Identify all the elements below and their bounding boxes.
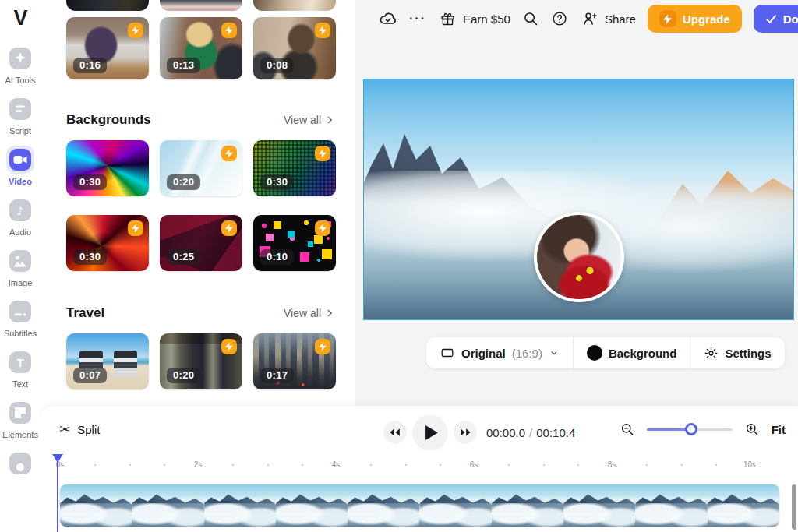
app-logo[interactable]: V — [13, 6, 26, 30]
video-thumbnail[interactable]: 0:25 — [160, 215, 242, 271]
section-title: Travel — [66, 305, 104, 321]
sidebar: V AI ToolsScriptVideo♪AudioImageSubtitle… — [0, 0, 41, 532]
earn-button[interactable]: Earn $50 — [438, 9, 510, 29]
cloud-saved-icon[interactable] — [379, 9, 397, 29]
ruler-dot — [577, 464, 579, 466]
ruler-dot — [94, 464, 96, 466]
settings-button[interactable]: Settings — [690, 337, 784, 368]
canvas-settings-bar: Original (16:9) Background Settings — [426, 337, 785, 368]
timeline-zoom-slider[interactable] — [647, 423, 733, 435]
aspect-ratio-button[interactable]: Original (16:9) — [426, 337, 573, 368]
video-thumbnail[interactable]: 0:10 — [253, 215, 336, 271]
sidebar-item-elements[interactable]: Elements — [2, 399, 38, 439]
bolt-icon — [659, 10, 676, 27]
timeline-panel: ✂ Split 00:00.0/00:10.4 Fit — [41, 406, 798, 532]
ruler-label: 6s — [470, 460, 478, 469]
duration-badge: 0:30 — [73, 174, 107, 190]
avatar[interactable] — [534, 212, 624, 302]
video-thumbnail[interactable]: 0:17 — [253, 333, 336, 389]
ruler-dot — [302, 464, 303, 466]
fast-forward-button[interactable] — [454, 421, 477, 444]
video-preview-canvas[interactable]: SUBSCRIBE — [363, 79, 794, 320]
sidebar-item-subtitles[interactable]: Subtitles — [2, 298, 38, 338]
video-thumbnail[interactable]: 0:13 — [160, 17, 242, 79]
sidebar-item-audio[interactable]: ♪Audio — [2, 196, 38, 237]
thumbnail-row: 0:070:200:17 — [66, 333, 335, 389]
help-icon[interactable] — [551, 9, 568, 29]
sidebar-item-video[interactable]: Video — [2, 146, 38, 186]
split-label: Split — [77, 423, 100, 436]
sidebar-item-image[interactable]: Image — [2, 247, 38, 287]
play-button[interactable] — [413, 415, 447, 449]
sidebar-item-script[interactable]: Script — [2, 95, 38, 136]
ruler-label: 8s — [608, 460, 616, 469]
transport-controls — [383, 415, 477, 449]
duration-badge: 0:20 — [167, 174, 200, 190]
slider-handle[interactable] — [685, 423, 697, 435]
partial-thumbnail-row — [66, 0, 335, 11]
thumbnail-partial[interactable] — [253, 0, 336, 11]
duration-badge: 0:08 — [260, 58, 294, 73]
sidebar-item-label: Text — [12, 379, 28, 389]
sidebar-item-record[interactable] — [2, 449, 38, 477]
view-all-link[interactable]: View all — [284, 307, 335, 319]
sidebar-item-ai-tools[interactable]: AI Tools — [2, 44, 38, 85]
thumbnail-partial[interactable] — [66, 0, 149, 11]
top-toolbar: ··· Earn $50 — [355, 0, 798, 37]
upgrade-button[interactable]: Upgrade — [648, 5, 742, 33]
ruler-dot — [164, 464, 165, 466]
share-button[interactable]: Share — [580, 9, 636, 29]
sidebar-item-text[interactable]: TText — [2, 348, 38, 389]
ruler-dot — [370, 464, 372, 466]
clip-frame — [419, 484, 491, 527]
check-icon — [765, 14, 777, 24]
background-button[interactable]: Background — [573, 337, 690, 368]
image-icon — [6, 247, 34, 275]
duration-badge: 0:07 — [73, 368, 107, 383]
done-label: Done — [783, 12, 798, 26]
duration-badge: 0:20 — [167, 368, 200, 383]
clip-frame — [132, 484, 203, 527]
aspect-ratio-value: (16:9) — [512, 347, 542, 360]
aspect-label: Original — [461, 347, 506, 360]
view-all-link[interactable]: View all — [284, 114, 335, 126]
video-thumbnail[interactable]: 0:30 — [253, 140, 336, 196]
premium-bolt-icon — [315, 339, 330, 354]
done-button[interactable]: Done — [754, 5, 798, 33]
zoom-controls: Fit — [620, 421, 786, 437]
video-thumbnail[interactable]: 0:20 — [160, 333, 242, 389]
video-thumbnail[interactable]: 0:07 — [66, 333, 149, 389]
zoom-in-icon[interactable] — [744, 421, 760, 437]
video-thumbnail[interactable]: 0:30 — [66, 215, 149, 271]
zoom-out-icon[interactable] — [620, 421, 635, 437]
timeline-clip[interactable] — [60, 484, 779, 527]
timeline-scrollbar[interactable] — [792, 484, 796, 530]
video-thumbnail[interactable]: 0:08 — [253, 17, 336, 79]
split-button[interactable]: ✂ Split — [59, 421, 100, 438]
search-icon[interactable] — [522, 9, 539, 29]
premium-bolt-icon — [221, 146, 237, 161]
video-editor-app: V AI ToolsScriptVideo♪AudioImageSubtitle… — [0, 0, 798, 532]
ruler-dot — [543, 464, 545, 466]
thumbnail-partial[interactable] — [160, 0, 242, 11]
sidebar-item-label: AI Tools — [5, 76, 36, 85]
duration-badge: 0:30 — [260, 174, 294, 190]
timeline-ruler[interactable]: 0s2s4s6s8s10s — [41, 457, 798, 476]
elements-icon — [6, 399, 34, 427]
sidebar-item-label: Subtitles — [4, 329, 37, 338]
script-icon — [6, 95, 34, 123]
premium-bolt-icon — [221, 220, 237, 236]
video-thumbnail[interactable]: 0:20 — [160, 140, 242, 196]
video-thumbnail[interactable]: 0:16 — [66, 17, 149, 79]
clip-frame — [708, 484, 779, 527]
more-options-icon[interactable]: ··· — [409, 9, 426, 29]
rewind-button[interactable] — [383, 421, 407, 444]
clip-frame — [635, 484, 707, 527]
section-title: Backgrounds — [66, 112, 151, 128]
video-thumbnail[interactable]: 0:30 — [66, 140, 149, 196]
ruler-label: 4s — [332, 460, 341, 469]
fit-button[interactable]: Fit — [772, 423, 786, 436]
premium-bolt-icon — [221, 23, 237, 38]
premium-bolt-icon — [315, 220, 330, 236]
text-icon: T — [6, 348, 34, 376]
